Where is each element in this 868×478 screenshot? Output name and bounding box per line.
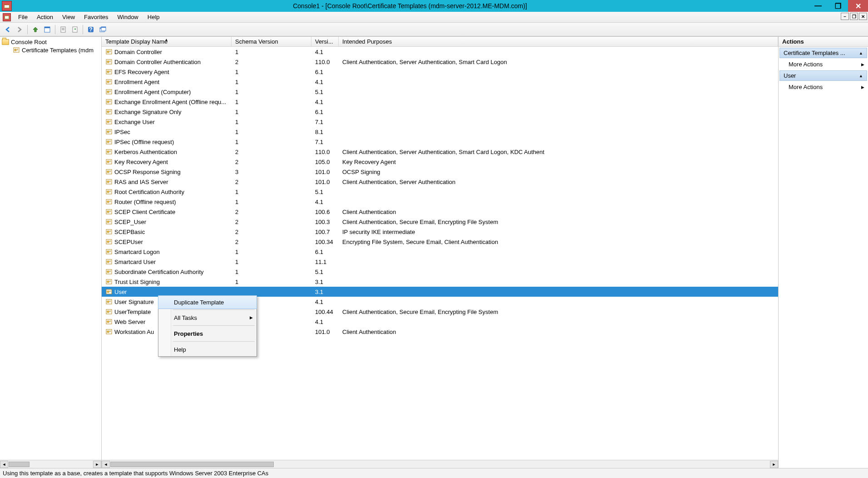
mdi-restore-button[interactable]: ❐ <box>850 13 858 20</box>
svg-rect-9 <box>73 27 77 32</box>
table-row[interactable]: Key Recovery Agent2105.0Key Recovery Age… <box>102 157 778 167</box>
table-row[interactable]: Smartcard User111.1 <box>102 257 778 267</box>
up-button[interactable] <box>30 25 40 35</box>
actions-group-user[interactable]: User▲ <box>779 70 867 81</box>
list-body[interactable]: Domain Controller14.1Domain Controller A… <box>102 47 778 460</box>
collapse-icon: ▲ <box>859 74 863 78</box>
table-row[interactable]: Trust List Signing13.1 <box>102 277 778 287</box>
svg-point-49 <box>107 121 109 123</box>
maximize-button[interactable]: ❐ <box>828 0 848 12</box>
list-hscrollbar[interactable]: ◄ ► <box>102 460 778 468</box>
table-row[interactable]: Enrollment Agent14.1 <box>102 77 778 87</box>
table-row[interactable]: RAS and IAS Server2101.0Client Authentic… <box>102 177 778 187</box>
chevron-right-icon: ▶ <box>861 62 864 67</box>
new-window-button[interactable] <box>98 25 108 35</box>
row-schema: 1 <box>232 119 311 125</box>
table-row[interactable]: EFS Recovery Agent16.1 <box>102 67 778 77</box>
table-row[interactable]: SCEPUser2100.34Encrypting File System, S… <box>102 237 778 247</box>
help-button[interactable]: ? <box>86 25 96 35</box>
row-name: Smartcard Logon <box>114 249 160 255</box>
export-button[interactable] <box>70 25 80 35</box>
actions-group-cert-templates[interactable]: Certificate Templates ...▲ <box>779 48 867 58</box>
cert-template-icon <box>105 48 113 55</box>
table-row[interactable]: SCEP_User2100.3Client Authentication, Se… <box>102 217 778 227</box>
tree-node-cert-templates[interactable]: Certificate Templates (mdm <box>0 46 101 54</box>
table-row[interactable]: Subordinate Certification Authority15.1 <box>102 267 778 277</box>
row-purposes: IP security IKE intermediate <box>339 229 778 235</box>
table-row[interactable]: Router (Offline request)14.1 <box>102 197 778 207</box>
row-name: Exchange Enrollment Agent (Offline requ.… <box>114 99 226 105</box>
menu-favorites[interactable]: Favorites <box>79 12 113 22</box>
row-version: 3.1 <box>311 279 339 285</box>
svg-point-93 <box>107 231 109 233</box>
tree-hscrollbar[interactable]: ◄ ► <box>0 460 101 468</box>
ctx-duplicate-template[interactable]: Duplicate Template <box>158 295 257 309</box>
table-row[interactable]: OCSP Response Signing3101.0OCSP Signing <box>102 167 778 177</box>
minimize-button[interactable]: — <box>808 0 828 12</box>
back-button[interactable] <box>3 25 13 35</box>
table-row[interactable]: SCEP Client Certificate2100.6Client Auth… <box>102 207 778 217</box>
row-name: Exchange Signature Only <box>114 109 181 115</box>
mdi-close-button[interactable]: ✕ <box>859 13 867 20</box>
row-version: 8.1 <box>311 129 339 135</box>
table-row[interactable]: Domain Controller14.1 <box>102 47 778 57</box>
menu-view[interactable]: View <box>58 12 79 22</box>
row-name: Domain Controller <box>114 49 162 55</box>
action-more-cert-templates[interactable]: More Actions▶ <box>779 59 868 70</box>
table-row[interactable]: IPSec (Offline request)17.1 <box>102 137 778 147</box>
list-pane: Template Display Name▲ Schema Version Ve… <box>102 37 778 468</box>
table-row[interactable]: Exchange User17.1 <box>102 117 778 127</box>
row-name: OCSP Response Signing <box>114 169 181 175</box>
table-row[interactable]: Enrollment Agent (Computer)15.1 <box>102 87 778 97</box>
row-purposes: Key Recovery Agent <box>339 159 778 165</box>
col-intended-purposes[interactable]: Intended Purposes <box>339 37 778 46</box>
row-version: 100.3 <box>311 219 339 225</box>
svg-point-53 <box>107 131 109 133</box>
collapse-icon: ▲ <box>859 51 863 55</box>
row-schema: 1 <box>232 269 311 275</box>
svg-point-133 <box>107 331 109 333</box>
col-schema-version[interactable]: Schema Version <box>232 37 311 46</box>
ctx-all-tasks[interactable]: All Tasks▶ <box>158 311 256 324</box>
properties-button[interactable] <box>58 25 68 35</box>
close-button[interactable]: ✕ <box>848 0 868 12</box>
action-more-user[interactable]: More Actions▶ <box>779 82 868 92</box>
table-row[interactable]: Smartcard Logon16.1 <box>102 247 778 257</box>
mdi-minimize-button[interactable]: – <box>841 13 849 20</box>
menu-help[interactable]: Help <box>143 12 164 22</box>
menu-action[interactable]: Action <box>32 12 58 22</box>
table-row[interactable]: Domain Controller Authentication2110.0Cl… <box>102 57 778 67</box>
svg-point-77 <box>107 191 109 193</box>
ctx-help[interactable]: Help <box>158 343 256 356</box>
row-version: 105.0 <box>311 159 339 165</box>
col-version[interactable]: Versi... <box>311 37 339 46</box>
table-row[interactable]: SCEPBasic2100.7IP security IKE intermedi… <box>102 227 778 237</box>
toolbar: ? <box>0 23 868 36</box>
folder-icon <box>2 38 9 45</box>
menu-file[interactable]: File <box>14 12 32 22</box>
row-schema: 1 <box>232 189 311 195</box>
svg-point-101 <box>107 251 109 253</box>
table-row[interactable]: Root Certification Authority15.1 <box>102 187 778 197</box>
table-row[interactable]: Exchange Enrollment Agent (Offline requ.… <box>102 97 778 107</box>
row-purposes: OCSP Signing <box>339 169 778 175</box>
show-hide-tree-button[interactable] <box>42 25 52 35</box>
menu-window[interactable]: Window <box>113 12 143 22</box>
row-version: 101.0 <box>311 179 339 185</box>
sort-asc-icon: ▲ <box>165 38 168 42</box>
svg-point-41 <box>107 101 109 103</box>
row-version: 4.1 <box>311 319 339 325</box>
ctx-properties[interactable]: Properties <box>158 327 256 340</box>
title-bar: Console1 - [Console Root\Certificate Tem… <box>0 0 868 12</box>
forward-button[interactable] <box>15 25 25 35</box>
col-display-name[interactable]: Template Display Name▲ <box>102 37 232 46</box>
cert-template-icon <box>105 288 113 295</box>
row-purposes: Client Authentication, Server Authentica… <box>339 59 778 65</box>
svg-point-85 <box>107 211 109 213</box>
table-row[interactable]: Kerberos Authentication2110.0Client Auth… <box>102 147 778 157</box>
tree-root[interactable]: Console Root <box>0 38 101 46</box>
table-row[interactable]: IPSec18.1 <box>102 127 778 137</box>
table-row[interactable]: Exchange Signature Only16.1 <box>102 107 778 117</box>
cert-template-icon <box>105 328 113 335</box>
menu-bar: File Action View Favorites Window Help –… <box>0 12 868 23</box>
